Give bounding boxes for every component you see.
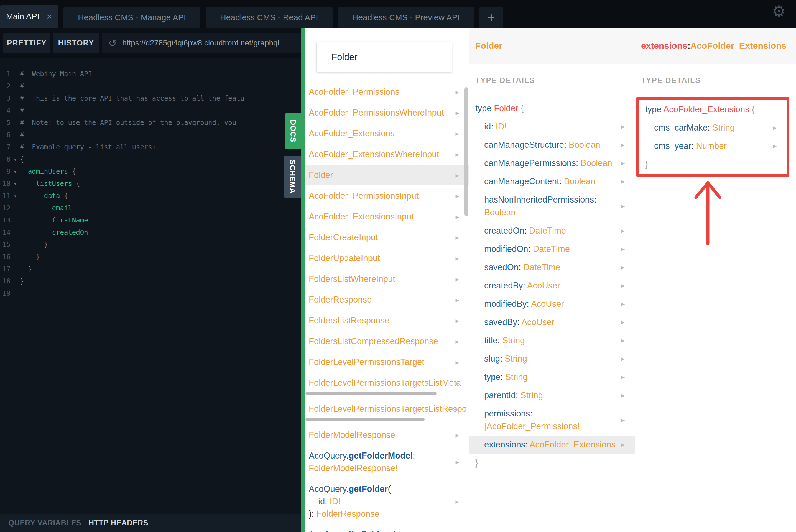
type-field-row[interactable]: hasNonInheritedPermissions: Boolean▸	[469, 191, 635, 222]
close-icon[interactable]: ×	[46, 12, 52, 21]
type-field-row[interactable]: cms_carMake: String▸	[639, 119, 786, 137]
type-field-row[interactable]: savedOn: DateTime▸	[469, 258, 635, 277]
editor-line[interactable]: 13 firstName	[0, 214, 301, 226]
tab-headless-cms-read-api[interactable]: Headless CMS - Read API	[206, 7, 332, 28]
docs-list-item[interactable]: FolderLevelPermissionsTargetsListRespo▸	[305, 398, 469, 419]
docs-list-item[interactable]: FolderCreateInput▸	[305, 227, 469, 248]
docs-item-line: AcoFolder_Extensions	[309, 123, 450, 144]
code-token: id	[484, 122, 491, 131]
editor-line[interactable]: 8▾{	[0, 153, 301, 166]
type-field-row[interactable]: title: String▸	[469, 331, 635, 350]
editor-line[interactable]: 12 email	[0, 202, 301, 214]
type-field-row[interactable]: permissions: [AcoFolder_Permissions!]▸	[469, 404, 635, 436]
docs-list-item[interactable]: AcoQuery.getFolder(id: ID!): FolderRespo…	[305, 478, 469, 524]
tab-label: Headless CMS - Preview API	[352, 13, 460, 22]
docs-list-item[interactable]: AcoFolder_ExtensionsInput▸	[305, 206, 469, 227]
tab-headless-cms-preview-api[interactable]: Headless CMS - Preview API	[338, 7, 474, 28]
docs-list-scrollbar[interactable]	[464, 87, 468, 216]
docs-list-item[interactable]: FolderLevelPermissionsTarget▸	[305, 352, 469, 373]
type-field-row[interactable]: slug: String▸	[469, 350, 635, 368]
editor-line[interactable]: 3# This is the core API that has access …	[0, 92, 301, 104]
query-variables-tab[interactable]: QUERY VARIABLES	[8, 519, 81, 527]
docs-list-item[interactable]: FolderModelResponse▸	[305, 424, 469, 445]
tab-main-api[interactable]: Main API×	[0, 5, 58, 28]
type-field-row[interactable]: canManageStructure: Boolean▸	[469, 136, 635, 154]
type-field-row[interactable]: canManageContent: Boolean▸	[469, 172, 635, 191]
code-token: cms_carMake	[654, 123, 707, 132]
editor-line[interactable]: 2#	[0, 80, 301, 92]
chevron-right-icon: ▸	[773, 121, 777, 134]
code-token: # Webiny Main API	[20, 70, 92, 78]
add-tab-button[interactable]: +	[479, 7, 503, 28]
docs-list-item[interactable]: AcoFolder_Permissions▸	[305, 81, 469, 102]
type-field-row[interactable]: type: String▸	[469, 368, 635, 386]
query-editor[interactable]: 1# Webiny Main API2#3# This is the core …	[0, 58, 301, 514]
type-line: canManageStructure: Boolean	[484, 138, 618, 151]
type-field-row[interactable]: cms_year: Number▸	[639, 137, 786, 155]
prettify-button[interactable]: PRETTIFY	[3, 33, 50, 53]
docs-list-item[interactable]: FolderLevelPermissionsTargetsListMeta▸	[305, 373, 469, 393]
folder-panel-title: Folder	[475, 41, 503, 51]
type-field-row[interactable]: modifiedBy: AcoUser▸	[469, 295, 635, 313]
http-headers-tab[interactable]: HTTP HEADERS	[89, 519, 149, 527]
editor-line[interactable]: 18}	[0, 275, 301, 287]
editor-line[interactable]: 4#	[0, 104, 301, 117]
editor-line[interactable]: 16 }	[0, 251, 301, 263]
editor-line[interactable]: 1# Webiny Main API	[0, 68, 301, 80]
editor-line[interactable]: 17 }	[0, 263, 301, 275]
type-line: type: String	[484, 371, 618, 383]
history-button[interactable]: HISTORY	[53, 33, 99, 53]
fold-arrow-icon[interactable]: ▾	[11, 153, 20, 166]
chevron-right-icon: ▸	[455, 373, 459, 393]
editor-line[interactable]: 6#	[0, 129, 301, 141]
docs-list-item[interactable]: FolderResponse▸	[305, 289, 469, 310]
editor-line[interactable]: 10▾ listUsers {	[0, 177, 301, 190]
docs-list-item[interactable]: Folder▸	[305, 165, 469, 185]
code-token: FolderResponse	[309, 295, 372, 305]
fold-arrow-icon[interactable]: ▾	[11, 177, 20, 190]
docs-list-item[interactable]: AcoFolder_Extensions▸	[305, 123, 469, 144]
docs-list-item[interactable]: AcoQuery.listFolders(where: FoldersListW…	[305, 524, 469, 532]
endpoint-url[interactable]: https://d2785gi4qi6pw8.cloudfront.net/gr…	[122, 39, 279, 48]
docs-list-item[interactable]: FoldersListResponse▸	[305, 310, 469, 331]
code-token: FolderLevelPermissionsTarget	[309, 357, 424, 367]
fold-arrow-icon[interactable]: ▾	[11, 166, 20, 177]
editor-line[interactable]: 14 createdOn	[0, 226, 301, 239]
type-field-row[interactable]: extensions: AcoFolder_Extensions▸	[469, 436, 635, 454]
type-field-row[interactable]: createdBy: AcoUser▸	[469, 277, 635, 295]
type-field-row[interactable]: canManagePermissions: Boolean▸	[469, 154, 635, 172]
docs-list-item[interactable]: AcoFolder_PermissionsWhereInput▸	[305, 102, 469, 123]
type-field-row[interactable]: parentId: String▸	[469, 386, 635, 404]
schema-side-tab[interactable]: SCHEMA	[284, 156, 301, 198]
editor-line[interactable]: 5# Note: to use the API outside of the p…	[0, 117, 301, 129]
fold-arrow-icon[interactable]: ▾	[11, 190, 20, 202]
docs-list-item[interactable]: FoldersListCompressedResponse▸	[305, 331, 469, 352]
editor-line[interactable]: 11▾ data {	[0, 190, 301, 202]
chevron-right-icon: ▸	[621, 371, 625, 383]
code-token: Boolean	[581, 158, 612, 168]
docs-list-item[interactable]: AcoQuery.getFolderModel:FolderModelRespo…	[305, 445, 469, 478]
editor-line[interactable]: 7# Example query - list all users:	[0, 141, 301, 153]
type-line: parentId: String	[484, 389, 618, 402]
docs-list-item[interactable]: AcoFolder_ExtensionsWhereInput▸	[305, 144, 469, 165]
docs-list-item[interactable]: FoldersListWhereInput▸	[305, 268, 469, 289]
settings-gear-icon[interactable]: ⚙	[770, 2, 788, 20]
type-field-row[interactable]: id: ID!▸	[469, 117, 635, 136]
docs-panel-divider[interactable]	[301, 28, 305, 532]
refresh-icon[interactable]: ↺	[108, 37, 117, 49]
type-field-row[interactable]: createdOn: DateTime▸	[469, 222, 635, 240]
code-token: title	[484, 336, 497, 345]
editor-line[interactable]: 15 }	[0, 239, 301, 251]
editor-line[interactable]: 19	[0, 287, 301, 300]
docs-list-item[interactable]: FolderUpdateInput▸	[305, 248, 469, 268]
docs-search-box[interactable]	[316, 41, 452, 73]
tab-headless-cms-manage-api[interactable]: Headless CMS - Manage API	[63, 7, 201, 28]
endpoint-url-bar[interactable]: ↺ https://d2785gi4qi6pw8.cloudfront.net/…	[102, 33, 301, 53]
docs-side-tab[interactable]: DOCS	[285, 113, 301, 149]
type-field-row[interactable]: modifiedOn: DateTime▸	[469, 240, 635, 258]
editor-line[interactable]: 9▾ adminUsers {	[0, 166, 301, 177]
docs-search-input[interactable]	[331, 52, 450, 63]
type-field-row[interactable]: savedBy: AcoUser▸	[469, 313, 635, 331]
docs-list-item[interactable]: AcoFolder_PermissionsInput▸	[305, 185, 469, 206]
code-text: #	[20, 104, 24, 117]
